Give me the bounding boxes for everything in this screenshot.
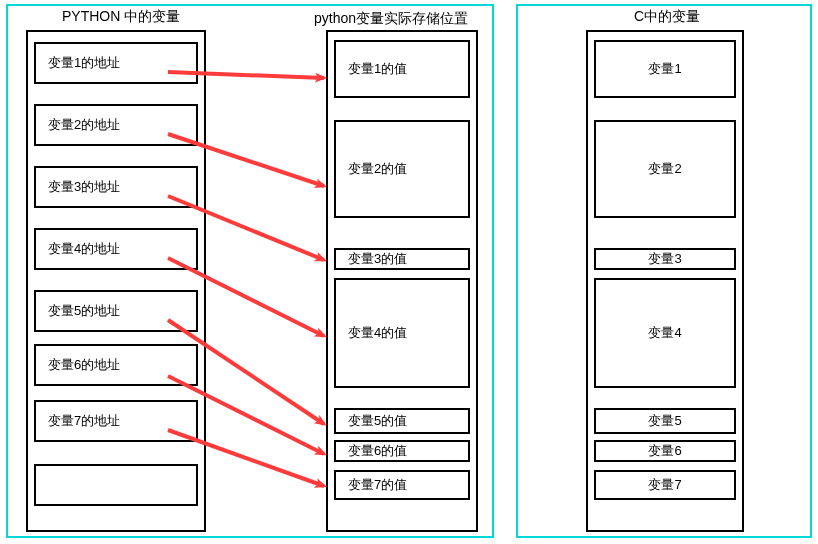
slot-label: 变量3 <box>648 250 681 268</box>
python-var-slot: 变量7的地址 <box>34 400 198 442</box>
python-var-slot: 变量2的地址 <box>34 104 198 146</box>
slot-label: 变量6的值 <box>348 442 407 460</box>
slot-label: 变量2 <box>648 160 681 178</box>
slot-label: 变量1的值 <box>348 60 407 78</box>
slot-label: 变量4 <box>648 324 681 342</box>
slot-label: 变量7的值 <box>348 476 407 494</box>
slot-label: 变量5的值 <box>348 412 407 430</box>
slot-label: 变量7 <box>648 476 681 494</box>
slot-label: 变量2的值 <box>348 160 407 178</box>
python-var-slot: 变量3的地址 <box>34 166 198 208</box>
python-var-slot: 变量1的地址 <box>34 42 198 84</box>
slot-label: 变量6 <box>648 442 681 460</box>
python-var-slot: 变量4的地址 <box>34 228 198 270</box>
python-var-slot-empty <box>34 464 198 506</box>
c-var-slot: 变量2 <box>594 120 736 218</box>
storage-slot: 变量6的值 <box>334 440 470 462</box>
c-var-slot: 变量6 <box>594 440 736 462</box>
slot-label: 变量6的地址 <box>48 356 120 374</box>
slot-label: 变量3的地址 <box>48 178 120 196</box>
storage-slot: 变量1的值 <box>334 40 470 98</box>
slot-label: 变量1 <box>648 60 681 78</box>
slot-label: 变量4的地址 <box>48 240 120 258</box>
python-var-slot: 变量6的地址 <box>34 344 198 386</box>
c-var-slot: 变量1 <box>594 40 736 98</box>
storage-slot: 变量2的值 <box>334 120 470 218</box>
c-panel: C中的变量 变量1 变量2 变量3 变量4 变量5 变量6 变量7 <box>516 4 812 538</box>
slot-label: 变量2的地址 <box>48 116 120 134</box>
c-var-column: 变量1 变量2 变量3 变量4 变量5 变量6 变量7 <box>586 30 744 532</box>
c-vars-title: C中的变量 <box>634 8 700 26</box>
slot-label: 变量4的值 <box>348 324 407 342</box>
c-var-slot: 变量5 <box>594 408 736 434</box>
storage-slot: 变量5的值 <box>334 408 470 434</box>
storage-slot: 变量7的值 <box>334 470 470 500</box>
slot-label: 变量3的值 <box>348 250 407 268</box>
python-storage-column: 变量1的值 变量2的值 变量3的值 变量4的值 变量5的值 变量6的值 变量7的… <box>326 30 478 532</box>
python-var-slot: 变量5的地址 <box>34 290 198 332</box>
storage-slot: 变量3的值 <box>334 248 470 270</box>
c-var-slot: 变量3 <box>594 248 736 270</box>
python-vars-title: PYTHON 中的变量 <box>62 8 180 26</box>
storage-slot: 变量4的值 <box>334 278 470 388</box>
python-var-column: 变量1的地址 变量2的地址 变量3的地址 变量4的地址 变量5的地址 变量6的地… <box>26 30 206 532</box>
c-var-slot: 变量7 <box>594 470 736 500</box>
c-var-slot: 变量4 <box>594 278 736 388</box>
slot-label: 变量5 <box>648 412 681 430</box>
slot-label: 变量5的地址 <box>48 302 120 320</box>
python-panel: PYTHON 中的变量 python变量实际存储位置 变量1的地址 变量2的地址… <box>6 4 494 538</box>
slot-label: 变量1的地址 <box>48 54 120 72</box>
python-storage-title: python变量实际存储位置 <box>314 10 468 28</box>
slot-label: 变量7的地址 <box>48 412 120 430</box>
